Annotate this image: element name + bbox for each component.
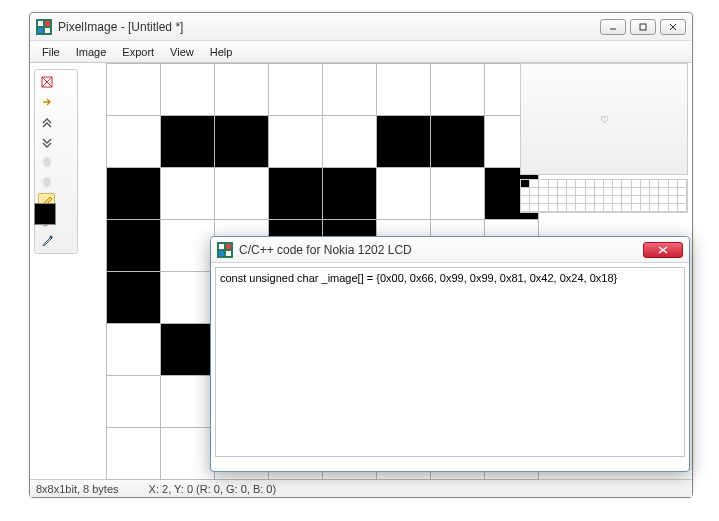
svg-rect-4 [45,28,50,33]
pixel-cell[interactable] [215,168,269,220]
pixel-cell[interactable] [377,168,431,220]
tool-arrow-right-icon[interactable] [38,93,56,111]
pixel-cell[interactable] [107,168,161,220]
tool-chevrons-down-icon[interactable] [38,133,56,151]
maximize-button[interactable] [630,19,656,35]
tool-delete-icon[interactable] [38,73,56,91]
svg-rect-16 [226,244,231,249]
primary-color-swatch[interactable] [34,203,56,225]
tool-chevrons-up-icon[interactable] [38,113,56,131]
menu-help[interactable]: Help [202,43,241,61]
pixel-cell[interactable] [269,116,323,168]
pixel-cell[interactable] [107,64,161,116]
pixel-cell[interactable] [161,64,215,116]
pixel-cell[interactable] [107,376,161,428]
status-cursor: X: 2, Y: 0 (R: 0, G: 0, B: 0) [149,483,277,495]
pixel-cell[interactable] [377,116,431,168]
pixel-cell[interactable] [215,64,269,116]
preview-panel: ♡ [520,63,688,213]
pixel-cell[interactable] [161,272,215,324]
svg-rect-15 [219,244,224,249]
menubar: File Image Export View Help [30,41,692,63]
pixel-cell[interactable] [161,220,215,272]
pixel-cell[interactable] [107,116,161,168]
pixel-cell[interactable] [161,376,215,428]
pixel-cell[interactable] [431,116,485,168]
pixel-cell[interactable] [269,168,323,220]
pixel-cell[interactable] [323,64,377,116]
svg-rect-2 [45,21,50,26]
dialog-title: C/C++ code for Nokia 1202 LCD [239,243,643,257]
pixel-cell[interactable] [107,428,161,480]
pixel-cell[interactable] [269,64,323,116]
tool-shield-left-icon [38,153,56,171]
pixel-cell[interactable] [431,64,485,116]
menu-view[interactable]: View [162,43,202,61]
preview-symbol: ♡ [600,114,609,125]
menu-export[interactable]: Export [114,43,162,61]
preview-small-grid [520,179,688,213]
svg-rect-17 [219,251,224,256]
pixel-cell[interactable] [161,168,215,220]
pixel-cell[interactable] [377,64,431,116]
menu-file[interactable]: File [34,43,68,61]
pixel-cell[interactable] [215,116,269,168]
close-button[interactable] [660,19,686,35]
svg-rect-3 [38,28,43,33]
pixel-cell[interactable] [161,116,215,168]
pixel-cell[interactable] [161,324,215,376]
pixel-cell[interactable] [431,168,485,220]
pixel-cell[interactable] [107,220,161,272]
dialog-titlebar: C/C++ code for Nokia 1202 LCD [211,237,689,263]
pixel-cell[interactable] [323,168,377,220]
pixel-cell[interactable] [107,272,161,324]
code-dialog: C/C++ code for Nokia 1202 LCD [210,236,690,472]
svg-rect-6 [640,24,646,30]
tool-eyedropper-icon[interactable] [38,232,56,250]
dialog-icon [217,242,233,258]
pixel-cell[interactable] [107,324,161,376]
dialog-close-button[interactable] [643,242,683,258]
svg-rect-1 [38,21,43,26]
code-textarea[interactable] [215,267,685,457]
status-dimensions: 8x8x1bit, 8 bytes [36,483,119,495]
statusbar: 8x8x1bit, 8 bytes X: 2, Y: 0 (R: 0, G: 0… [30,479,692,497]
svg-point-13 [50,236,53,239]
window-title: PixelImage - [Untitled *] [58,20,600,34]
minimize-button[interactable] [600,19,626,35]
tool-shield-right-icon [38,173,56,191]
pixel-cell[interactable] [323,116,377,168]
dialog-body [211,263,689,463]
app-icon [36,19,52,35]
pixel-cell[interactable] [161,428,215,480]
color-picker [34,203,78,225]
main-titlebar: PixelImage - [Untitled *] [30,13,692,41]
svg-rect-18 [226,251,231,256]
menu-image[interactable]: Image [68,43,115,61]
window-controls [600,19,686,35]
toolbar [34,69,78,254]
preview-large: ♡ [520,63,688,175]
